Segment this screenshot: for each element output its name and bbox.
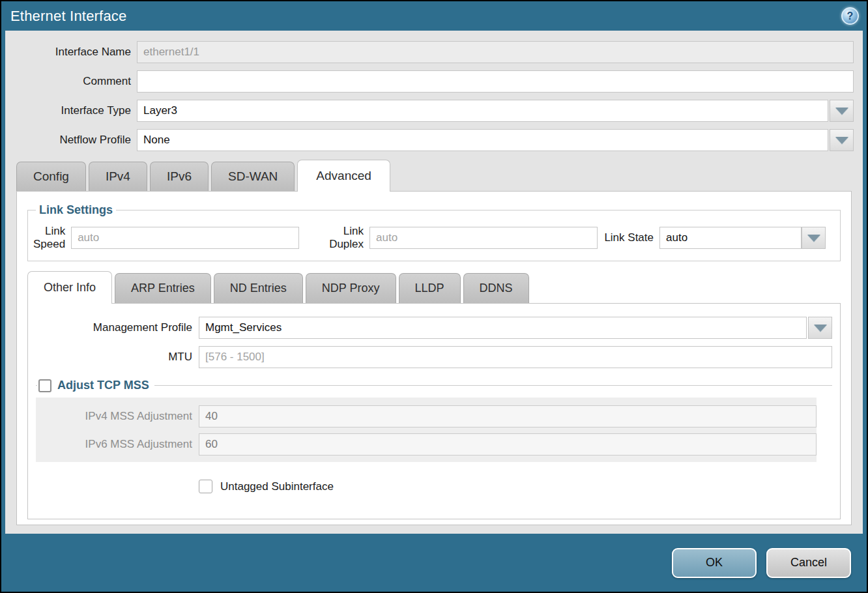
mtu-field[interactable]	[199, 346, 832, 368]
management-profile-dropdown-button[interactable]	[808, 317, 832, 339]
subtab-arp-entries[interactable]: ARP Entries	[115, 273, 211, 303]
ipv4-mss-row: IPv4 MSS Adjustment	[36, 405, 817, 427]
link-state-dropdown-button[interactable]	[802, 227, 826, 249]
link-speed-label: Link Speed	[33, 225, 71, 251]
subtab-other-info[interactable]: Other Info	[27, 271, 112, 304]
interface-type-row: Interface Type	[5, 100, 863, 122]
dialog-title: Ethernet Interface	[10, 8, 126, 25]
comment-row: Comment	[5, 70, 863, 93]
netflow-profile-row: Netflow Profile	[5, 129, 863, 151]
link-state-field[interactable]	[659, 227, 802, 249]
tab-sd-wan[interactable]: SD-WAN	[211, 162, 295, 191]
management-profile-field[interactable]	[199, 317, 807, 339]
interface-type-dropdown-button[interactable]	[830, 100, 854, 122]
adjust-tcp-mss-label: Adjust TCP MSS	[57, 379, 149, 392]
adjust-tcp-mss-checkbox[interactable]	[38, 379, 51, 392]
untagged-subinterface-label: Untagged Subinterface	[220, 480, 334, 493]
subtab-ddns[interactable]: DDNS	[463, 273, 529, 303]
ipv4-mss-label: IPv4 MSS Adjustment	[36, 410, 199, 423]
management-profile-row: Management Profile	[36, 317, 832, 339]
chevron-down-icon	[814, 325, 827, 332]
mss-disabled-panel: IPv4 MSS Adjustment IPv6 MSS Adjustment	[36, 398, 817, 462]
link-duplex-label: Link Duplex	[329, 225, 369, 251]
main-tab-bar: Config IPv4 IPv6 SD-WAN Advanced	[16, 159, 863, 191]
link-settings-legend: Link Settings	[36, 203, 116, 217]
interface-name-row: Interface Name	[5, 41, 863, 63]
management-profile-label: Management Profile	[36, 321, 199, 334]
title-bar: Ethernet Interface ?	[1, 1, 867, 31]
chevron-down-icon	[807, 235, 820, 242]
cancel-button[interactable]: Cancel	[766, 548, 851, 578]
tab-ipv4[interactable]: IPv4	[89, 162, 147, 191]
mtu-label: MTU	[36, 351, 199, 364]
screen: Ethernet Interface ? Interface Name Comm…	[0, 0, 868, 593]
mtu-row: MTU	[36, 346, 832, 368]
tab-advanced[interactable]: Advanced	[297, 160, 390, 192]
tab-ipv6[interactable]: IPv6	[150, 162, 209, 191]
untagged-subinterface-checkbox[interactable]	[199, 480, 212, 493]
link-speed-field[interactable]	[71, 227, 299, 249]
link-duplex-field[interactable]	[369, 227, 598, 249]
ok-button[interactable]: OK	[672, 548, 757, 578]
subtab-nd-entries[interactable]: ND Entries	[214, 273, 303, 303]
netflow-profile-dropdown-button[interactable]	[830, 129, 854, 151]
other-info-panel: Management Profile MTU	[27, 303, 841, 519]
netflow-profile-field[interactable]	[137, 129, 828, 151]
interface-type-label: Interface Type	[5, 104, 137, 117]
interface-type-field[interactable]	[137, 100, 828, 122]
comment-field[interactable]	[137, 70, 854, 93]
interface-name-label: Interface Name	[5, 46, 137, 59]
ipv6-mss-field	[199, 433, 817, 456]
help-icon[interactable]: ?	[841, 7, 859, 25]
ethernet-interface-dialog: Ethernet Interface ? Interface Name Comm…	[0, 0, 868, 593]
link-settings-fieldset: Link Settings Link Speed Link Duplex Lin…	[27, 203, 841, 261]
chevron-down-icon	[835, 108, 848, 115]
advanced-tab-panel: Link Settings Link Speed Link Duplex Lin…	[16, 191, 852, 525]
netflow-profile-label: Netflow Profile	[5, 134, 137, 147]
comment-label: Comment	[5, 75, 137, 88]
dialog-body: Interface Name Comment Interface Type	[5, 31, 863, 534]
untagged-subinterface-row: Untagged Subinterface	[199, 480, 832, 493]
ipv6-mss-row: IPv6 MSS Adjustment	[36, 433, 817, 456]
ipv4-mss-field	[199, 405, 817, 427]
adjust-tcp-mss-fieldset: Adjust TCP MSS IPv4 MSS Adjustment IPv6 …	[36, 379, 832, 462]
subtab-lldp[interactable]: LLDP	[399, 273, 461, 303]
tab-config[interactable]: Config	[16, 162, 86, 191]
interface-name-field	[137, 41, 854, 63]
link-state-label: Link State	[598, 231, 659, 244]
sub-tab-bar: Other Info ARP Entries ND Entries NDP Pr…	[27, 270, 841, 303]
footer-bar: OK Cancel	[1, 534, 867, 592]
ipv6-mss-label: IPv6 MSS Adjustment	[36, 438, 199, 451]
chevron-down-icon	[835, 137, 848, 144]
subtab-ndp-proxy[interactable]: NDP Proxy	[306, 273, 396, 303]
